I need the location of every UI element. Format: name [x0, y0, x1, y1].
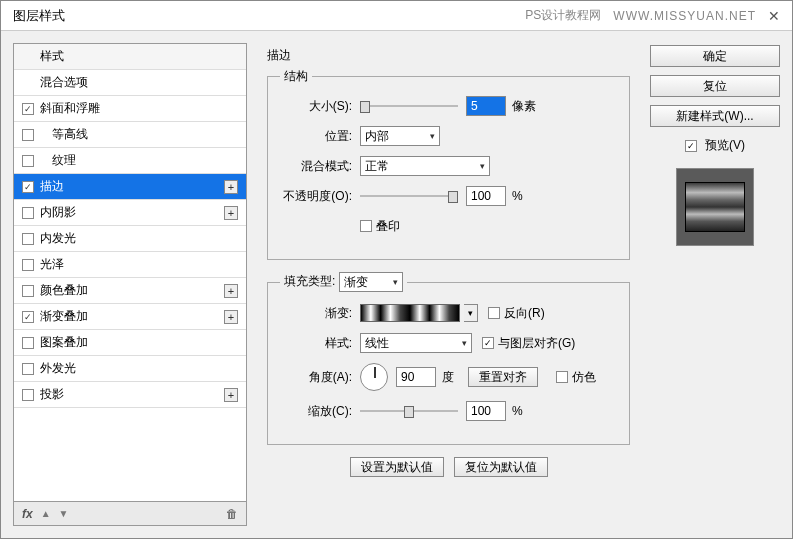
- style-item-label: 颜色叠加: [40, 282, 88, 299]
- position-label: 位置:: [280, 128, 360, 145]
- fill-type-select[interactable]: 渐变▾: [339, 272, 403, 292]
- angle-dial[interactable]: [360, 363, 388, 391]
- add-effect-icon[interactable]: +: [224, 284, 238, 298]
- scale-slider[interactable]: [360, 403, 458, 419]
- angle-input[interactable]: [396, 367, 436, 387]
- arrow-down-icon[interactable]: ▼: [59, 508, 69, 519]
- style-item-0[interactable]: ✓斜面和浮雕: [14, 96, 246, 122]
- overprint-checkbox[interactable]: [360, 220, 372, 232]
- style-item-4[interactable]: 内阴影+: [14, 200, 246, 226]
- style-checkbox[interactable]: [22, 129, 34, 141]
- make-default-button[interactable]: 设置为默认值: [350, 457, 444, 477]
- style-checkbox[interactable]: ✓: [22, 311, 34, 323]
- add-effect-icon[interactable]: +: [224, 206, 238, 220]
- trash-icon[interactable]: 🗑: [226, 507, 238, 521]
- style-item-8[interactable]: ✓渐变叠加+: [14, 304, 246, 330]
- preview-checkbox[interactable]: ✓: [685, 140, 697, 152]
- gradient-preview[interactable]: [360, 304, 460, 322]
- reset-default-button[interactable]: 复位为默认值: [454, 457, 548, 477]
- style-item-1[interactable]: 等高线: [14, 122, 246, 148]
- watermark-label: PS设计教程网: [525, 7, 601, 24]
- titlebar-right: PS设计教程网 WWW.MISSYUAN.NET ✕: [525, 7, 780, 24]
- gradient-label: 渐变:: [280, 305, 360, 322]
- style-checkbox[interactable]: [22, 155, 34, 167]
- angle-label: 角度(A):: [280, 369, 360, 386]
- style-checkbox[interactable]: [22, 207, 34, 219]
- style-checkbox[interactable]: [22, 285, 34, 297]
- style-item-label: 图案叠加: [40, 334, 88, 351]
- title-bar: 图层样式 PS设计教程网 WWW.MISSYUAN.NET ✕: [1, 1, 792, 31]
- style-item-label: 投影: [40, 386, 64, 403]
- style-item-3[interactable]: ✓描边+: [14, 174, 246, 200]
- cancel-button[interactable]: 复位: [650, 75, 780, 97]
- add-effect-icon[interactable]: +: [224, 388, 238, 402]
- window-title: 图层样式: [13, 7, 65, 25]
- watermark-url: WWW.MISSYUAN.NET: [613, 9, 756, 23]
- styles-footer: fx ▲ ▼ 🗑: [13, 502, 247, 526]
- size-input[interactable]: [466, 96, 506, 116]
- gradient-style-select[interactable]: 线性▾: [360, 333, 472, 353]
- scale-unit: %: [512, 404, 523, 418]
- style-checkbox[interactable]: [22, 363, 34, 375]
- fx-icon[interactable]: fx: [22, 507, 33, 521]
- style-checkbox[interactable]: ✓: [22, 181, 34, 193]
- styles-list: 样式 混合选项 ✓斜面和浮雕等高线纹理✓描边+内阴影+内发光光泽颜色叠加+✓渐变…: [13, 43, 247, 502]
- add-effect-icon[interactable]: +: [224, 180, 238, 194]
- reverse-label: 反向(R): [504, 305, 545, 322]
- opacity-slider[interactable]: [360, 188, 458, 204]
- style-item-10[interactable]: 外发光: [14, 356, 246, 382]
- align-checkbox[interactable]: ✓: [482, 337, 494, 349]
- style-item-9[interactable]: 图案叠加: [14, 330, 246, 356]
- style-item-label: 内阴影: [40, 204, 76, 221]
- blend-select[interactable]: 正常▾: [360, 156, 490, 176]
- style-item-label: 描边: [40, 178, 64, 195]
- position-select[interactable]: 内部▾: [360, 126, 440, 146]
- gradient-dropdown-icon[interactable]: ▾: [464, 304, 478, 322]
- fill-legend: 填充类型: 渐变▾: [280, 272, 407, 292]
- style-item-label: 光泽: [40, 256, 64, 273]
- arrow-up-icon[interactable]: ▲: [41, 508, 51, 519]
- right-panel: 确定 复位 新建样式(W)... ✓ 预览(V): [650, 43, 780, 526]
- size-unit: 像素: [512, 98, 536, 115]
- dither-label: 仿色: [572, 369, 596, 386]
- style-item-7[interactable]: 颜色叠加+: [14, 278, 246, 304]
- size-label: 大小(S):: [280, 98, 360, 115]
- style-item-5[interactable]: 内发光: [14, 226, 246, 252]
- opacity-label: 不透明度(O):: [280, 188, 360, 205]
- reset-align-button[interactable]: 重置对齐: [468, 367, 538, 387]
- dither-checkbox[interactable]: [556, 371, 568, 383]
- style-item-11[interactable]: 投影+: [14, 382, 246, 408]
- preview-swatch: [676, 168, 754, 246]
- styles-panel: 样式 混合选项 ✓斜面和浮雕等高线纹理✓描边+内阴影+内发光光泽颜色叠加+✓渐变…: [13, 43, 247, 526]
- close-icon[interactable]: ✕: [768, 8, 780, 24]
- blending-options[interactable]: 混合选项: [14, 70, 246, 96]
- style-label: 样式:: [280, 335, 360, 352]
- angle-unit: 度: [442, 369, 454, 386]
- style-item-label: 外发光: [40, 360, 76, 377]
- style-item-label: 斜面和浮雕: [40, 100, 100, 117]
- style-item-6[interactable]: 光泽: [14, 252, 246, 278]
- structure-group: 结构 大小(S): 像素 位置: 内部▾ 混合模式: 正常▾ 不透明度(O): …: [267, 68, 630, 260]
- style-checkbox[interactable]: ✓: [22, 103, 34, 115]
- new-style-button[interactable]: 新建样式(W)...: [650, 105, 780, 127]
- style-item-2[interactable]: 纹理: [14, 148, 246, 174]
- stroke-section-title: 描边: [267, 47, 630, 64]
- add-effect-icon[interactable]: +: [224, 310, 238, 324]
- styles-header[interactable]: 样式: [14, 44, 246, 70]
- opacity-input[interactable]: [466, 186, 506, 206]
- structure-legend: 结构: [280, 68, 312, 85]
- main-area: 样式 混合选项 ✓斜面和浮雕等高线纹理✓描边+内阴影+内发光光泽颜色叠加+✓渐变…: [1, 31, 792, 538]
- style-item-label: 纹理: [40, 152, 76, 169]
- size-slider[interactable]: [360, 98, 458, 114]
- settings-panel: 描边 结构 大小(S): 像素 位置: 内部▾ 混合模式: 正常▾ 不透明度(O…: [257, 43, 640, 526]
- style-checkbox[interactable]: [22, 259, 34, 271]
- preview-inner: [685, 182, 745, 232]
- style-checkbox[interactable]: [22, 233, 34, 245]
- style-checkbox[interactable]: [22, 389, 34, 401]
- reverse-checkbox[interactable]: [488, 307, 500, 319]
- style-checkbox[interactable]: [22, 337, 34, 349]
- style-item-label: 渐变叠加: [40, 308, 88, 325]
- scale-label: 缩放(C):: [280, 403, 360, 420]
- scale-input[interactable]: [466, 401, 506, 421]
- ok-button[interactable]: 确定: [650, 45, 780, 67]
